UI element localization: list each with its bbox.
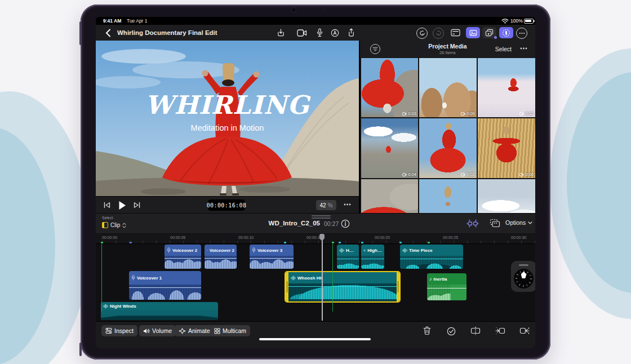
media-thumbnail[interactable]: 0:09 bbox=[419, 58, 477, 117]
project-media-panel: Project Media 26 Items Select 0:03 0:09 … bbox=[360, 41, 535, 213]
back-button[interactable] bbox=[104, 28, 113, 37]
undo-icon[interactable] bbox=[416, 28, 428, 39]
skip-back-icon[interactable] bbox=[103, 201, 111, 209]
video-viewer[interactable]: WHIRLING Meditation in Motion bbox=[96, 41, 359, 196]
timeline-clip-inertia[interactable]: ♪Inertia bbox=[427, 273, 466, 300]
timeline-clip-h[interactable]: H… bbox=[337, 245, 359, 269]
timeline-clip-voiceover2a[interactable]: Voiceover 2 bbox=[165, 245, 201, 269]
timeline-clip-timepiece[interactable]: Time Piece bbox=[400, 245, 463, 269]
clip-info-bar: Select Clip WD_Intro_C2_05 00:27 Options bbox=[96, 213, 535, 234]
inspect-sliders-icon bbox=[105, 327, 112, 334]
sort-chevrons-icon bbox=[122, 223, 126, 228]
top-toolbar: Whirling Documentary Final Edit bbox=[96, 25, 535, 42]
selected-clip-duration: 00:27 bbox=[324, 220, 339, 227]
side-button-bottom[interactable] bbox=[79, 343, 82, 356]
insert-clip-icon[interactable] bbox=[495, 326, 505, 335]
inspect-button[interactable]: Inspect bbox=[101, 325, 137, 336]
connect-clip-icon[interactable] bbox=[466, 218, 479, 228]
timeline-clip-voiceover1[interactable]: Voiceover 1 bbox=[129, 271, 201, 300]
timeline-clip-high[interactable]: High… bbox=[361, 245, 384, 269]
overwrite-clip-icon[interactable] bbox=[489, 218, 500, 228]
media-thumbnail[interactable]: 0:10 bbox=[478, 58, 535, 117]
clip-mode-selector[interactable]: Clip bbox=[102, 222, 126, 228]
animate-button[interactable]: Animate bbox=[175, 325, 214, 336]
timeline-clip-night-winds[interactable]: Night Winds bbox=[101, 302, 218, 320]
zoom-level-control[interactable]: 42 % bbox=[316, 200, 336, 210]
ipad-screen: 9:41 AM Tue Apr 1 100% Whirling Document… bbox=[96, 17, 535, 348]
ruler-label: 00:00:30 bbox=[511, 236, 526, 239]
preview-title-text: WHIRLING bbox=[96, 90, 359, 120]
panel-resize-handle[interactable] bbox=[312, 215, 331, 216]
ruler-label: 00:00:25 bbox=[443, 236, 458, 239]
battery-icon bbox=[524, 19, 534, 24]
status-bar: 9:41 AM Tue Apr 1 100% bbox=[96, 17, 535, 25]
trash-icon[interactable] bbox=[423, 326, 432, 336]
media-thumbnail[interactable]: 0:02 bbox=[419, 118, 477, 178]
clip-mode-icon bbox=[102, 222, 108, 228]
select-mode-caption: Select bbox=[102, 216, 113, 220]
timeline[interactable]: 00:00:00 00:00:05 00:00:10 00:00:15 00:0… bbox=[96, 233, 535, 321]
viewer-more-icon[interactable] bbox=[343, 202, 352, 207]
keyframe-dot bbox=[339, 242, 341, 243]
options-label: Options bbox=[505, 219, 526, 226]
timeline-ruler[interactable]: 00:00:00 00:00:05 00:00:10 00:00:15 00:0… bbox=[96, 234, 535, 244]
toolbar-divider bbox=[134, 327, 135, 335]
zoom-unit: % bbox=[328, 202, 333, 208]
keyframe-dot bbox=[399, 242, 402, 243]
playhead-line[interactable] bbox=[322, 234, 323, 321]
preview-subtitle-text: Meditation in Motion bbox=[96, 123, 359, 132]
select-done-icon[interactable] bbox=[446, 326, 456, 336]
media-thumbnail[interactable]: 0:06 bbox=[478, 118, 535, 178]
keyframe-dot bbox=[130, 242, 132, 243]
ruler-label: 00:00:10 bbox=[238, 236, 254, 239]
jog-wheel-dial[interactable] bbox=[514, 269, 534, 288]
project-title: Whirling Documentary Final Edit bbox=[117, 29, 217, 36]
keyframe-dot bbox=[428, 242, 430, 243]
timeline-clip-voiceover3[interactable]: Voiceover 3 bbox=[250, 245, 294, 269]
camera-icon[interactable] bbox=[297, 29, 307, 37]
more-icon[interactable] bbox=[516, 28, 527, 39]
info-icon[interactable] bbox=[340, 219, 350, 228]
append-clip-icon[interactable] bbox=[519, 326, 530, 335]
microphone-icon[interactable] bbox=[316, 28, 323, 37]
wifi-icon bbox=[501, 18, 509, 24]
titles-panel-icon[interactable] bbox=[450, 28, 460, 37]
transport-bar: 00:00:16:08 42 % bbox=[96, 196, 359, 214]
bottom-toolbar: Inspect Volume Animate Multicam bbox=[96, 321, 535, 348]
timeline-clip-voiceover2b[interactable]: Voiceover 2 bbox=[205, 245, 237, 269]
media-thumbnail[interactable] bbox=[478, 179, 535, 213]
skip-forward-icon[interactable] bbox=[133, 201, 141, 209]
timeline-start-line bbox=[101, 244, 102, 312]
select-button[interactable]: Select bbox=[495, 46, 512, 52]
side-button-top[interactable] bbox=[79, 21, 82, 45]
options-button[interactable]: Options bbox=[505, 219, 532, 226]
media-browser-button[interactable] bbox=[466, 27, 480, 38]
jog-drag-handle[interactable] bbox=[519, 264, 528, 266]
media-thumbnail[interactable] bbox=[419, 179, 477, 213]
status-date: Tue Apr 1 bbox=[127, 18, 148, 24]
media-more-icon[interactable] bbox=[520, 47, 527, 50]
media-thumbnail[interactable]: 0:04 bbox=[361, 118, 418, 178]
jog-wheel-toggle-button[interactable] bbox=[499, 27, 513, 38]
redo-icon[interactable] bbox=[433, 28, 444, 39]
keyframe-dot bbox=[284, 242, 286, 243]
share-icon[interactable] bbox=[347, 28, 355, 37]
media-thumbnail[interactable]: 0:03 bbox=[361, 58, 418, 117]
clips-library-button[interactable] bbox=[482, 27, 496, 38]
speaker-icon bbox=[143, 328, 150, 334]
multicam-button[interactable]: Multicam bbox=[210, 325, 250, 336]
trim-handle-right[interactable] bbox=[397, 272, 399, 301]
volume-button[interactable]: Volume bbox=[139, 325, 176, 336]
timeline-clip-whoosh-hit-selected[interactable]: Whoosh Hit bbox=[285, 271, 401, 303]
import-icon[interactable] bbox=[276, 28, 285, 37]
timecode-display[interactable]: 00:00:16:08 bbox=[208, 199, 245, 211]
panel-resize-handle[interactable] bbox=[312, 217, 331, 219]
home-indicator[interactable] bbox=[259, 338, 371, 340]
trim-handle-left[interactable] bbox=[286, 272, 288, 301]
media-thumbnail[interactable] bbox=[361, 179, 418, 213]
play-button[interactable] bbox=[118, 199, 127, 211]
split-clip-icon[interactable] bbox=[470, 326, 481, 335]
jog-wheel-panel[interactable] bbox=[511, 261, 535, 292]
annotate-icon[interactable] bbox=[330, 28, 339, 37]
timeline-marker-line bbox=[332, 244, 333, 312]
